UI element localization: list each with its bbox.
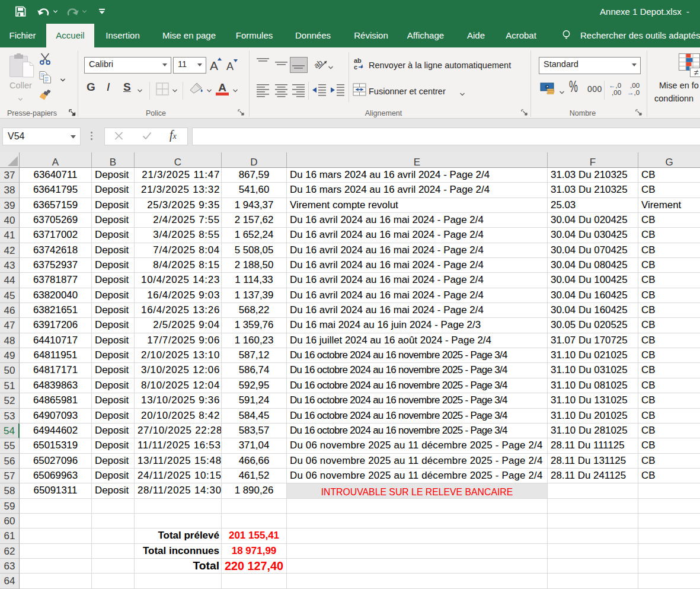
svg-text:c: c [354, 63, 357, 70]
